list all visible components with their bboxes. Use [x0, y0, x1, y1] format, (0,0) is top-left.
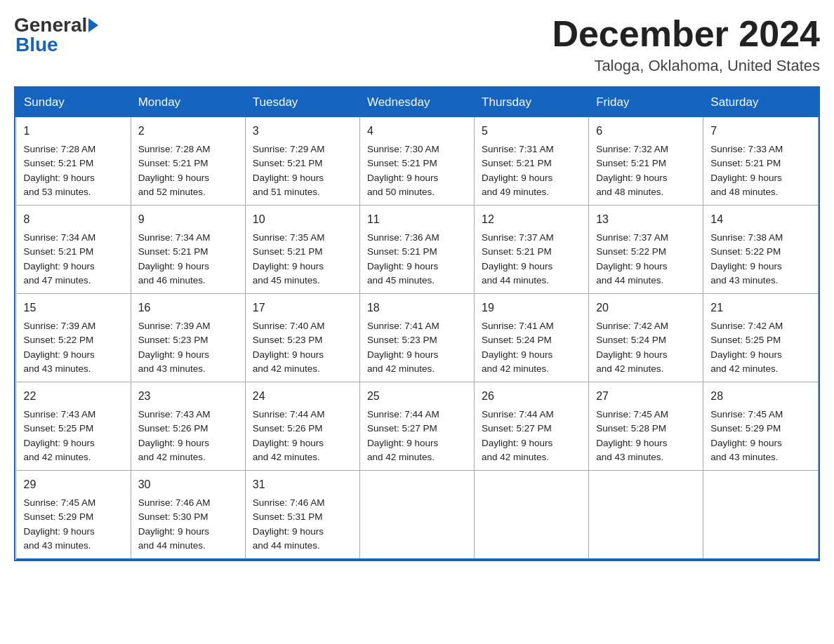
day-info: Sunrise: 7:37 AMSunset: 5:21 PMDaylight:…: [482, 232, 554, 286]
day-number: 3: [253, 123, 352, 140]
day-info: Sunrise: 7:44 AMSunset: 5:26 PMDaylight:…: [253, 409, 325, 462]
calendar-day-cell: 25 Sunrise: 7:44 AMSunset: 5:27 PMDaylig…: [359, 382, 474, 471]
day-info: Sunrise: 7:34 AMSunset: 5:21 PMDaylight:…: [138, 232, 211, 286]
day-info: Sunrise: 7:45 AMSunset: 5:29 PMDaylight:…: [24, 497, 96, 551]
day-number: 11: [367, 211, 467, 228]
day-info: Sunrise: 7:33 AMSunset: 5:21 PMDaylight:…: [710, 144, 783, 197]
day-number: 18: [367, 300, 467, 316]
day-number: 27: [596, 388, 696, 405]
day-info: Sunrise: 7:44 AMSunset: 5:27 PMDaylight:…: [367, 409, 439, 462]
calendar-day-cell: [703, 471, 818, 560]
header-tuesday: Tuesday: [245, 88, 359, 117]
day-number: 30: [138, 476, 238, 493]
calendar-day-cell: 15 Sunrise: 7:39 AMSunset: 5:22 PMDaylig…: [16, 294, 131, 382]
day-info: Sunrise: 7:42 AMSunset: 5:24 PMDaylight:…: [596, 321, 668, 374]
calendar-day-cell: [359, 471, 474, 560]
day-info: Sunrise: 7:39 AMSunset: 5:23 PMDaylight:…: [138, 321, 211, 374]
day-number: 12: [482, 211, 581, 228]
calendar-day-cell: 5 Sunrise: 7:31 AMSunset: 5:21 PMDayligh…: [475, 117, 589, 206]
day-info: Sunrise: 7:44 AMSunset: 5:27 PMDaylight:…: [482, 409, 554, 462]
day-info: Sunrise: 7:46 AMSunset: 5:31 PMDaylight:…: [253, 497, 325, 551]
day-info: Sunrise: 7:39 AMSunset: 5:22 PMDaylight:…: [24, 321, 96, 374]
header-sunday: Sunday: [16, 88, 131, 117]
calendar-day-cell: [589, 471, 703, 560]
day-info: Sunrise: 7:29 AMSunset: 5:21 PMDaylight:…: [253, 144, 325, 197]
calendar-day-cell: 30 Sunrise: 7:46 AMSunset: 5:30 PMDaylig…: [131, 471, 245, 560]
day-info: Sunrise: 7:42 AMSunset: 5:25 PMDaylight:…: [710, 321, 783, 374]
calendar-week-row: 15 Sunrise: 7:39 AMSunset: 5:22 PMDaylig…: [16, 294, 818, 382]
calendar-day-cell: 23 Sunrise: 7:43 AMSunset: 5:26 PMDaylig…: [131, 382, 245, 471]
day-number: 6: [596, 123, 696, 140]
day-number: 22: [24, 388, 124, 405]
day-number: 20: [596, 300, 696, 316]
calendar-day-cell: 19 Sunrise: 7:41 AMSunset: 5:24 PMDaylig…: [475, 294, 589, 382]
calendar-table: Sunday Monday Tuesday Wednesday Thursday…: [15, 88, 819, 560]
day-number: 1: [24, 123, 124, 140]
calendar-day-cell: 7 Sunrise: 7:33 AMSunset: 5:21 PMDayligh…: [703, 117, 818, 206]
day-number: 9: [138, 211, 238, 228]
calendar-week-row: 29 Sunrise: 7:45 AMSunset: 5:29 PMDaylig…: [16, 471, 818, 560]
calendar-day-cell: 14 Sunrise: 7:38 AMSunset: 5:22 PMDaylig…: [703, 206, 818, 294]
day-info: Sunrise: 7:37 AMSunset: 5:22 PMDaylight:…: [596, 232, 668, 286]
day-number: 21: [710, 300, 810, 316]
calendar-day-cell: 21 Sunrise: 7:42 AMSunset: 5:25 PMDaylig…: [703, 294, 818, 382]
day-info: Sunrise: 7:40 AMSunset: 5:23 PMDaylight:…: [253, 321, 325, 374]
calendar-week-row: 22 Sunrise: 7:43 AMSunset: 5:25 PMDaylig…: [16, 382, 818, 471]
day-number: 5: [482, 123, 581, 140]
day-number: 7: [710, 123, 810, 140]
day-info: Sunrise: 7:45 AMSunset: 5:29 PMDaylight:…: [710, 409, 783, 462]
day-number: 2: [138, 123, 238, 140]
day-info: Sunrise: 7:28 AMSunset: 5:21 PMDaylight:…: [24, 144, 96, 197]
calendar-day-cell: [475, 471, 589, 560]
day-number: 29: [24, 476, 124, 493]
header-saturday: Saturday: [703, 88, 818, 117]
calendar-week-row: 1 Sunrise: 7:28 AMSunset: 5:21 PMDayligh…: [16, 117, 818, 206]
calendar-week-row: 8 Sunrise: 7:34 AMSunset: 5:21 PMDayligh…: [16, 206, 818, 294]
calendar-day-cell: 6 Sunrise: 7:32 AMSunset: 5:21 PMDayligh…: [589, 117, 703, 206]
calendar-day-cell: 24 Sunrise: 7:44 AMSunset: 5:26 PMDaylig…: [245, 382, 359, 471]
page-header: General Blue December 2024 Taloga, Oklah…: [14, 14, 820, 75]
logo-blue-text: Blue: [15, 34, 58, 56]
header-thursday: Thursday: [475, 88, 589, 117]
day-number: 25: [367, 388, 467, 405]
calendar-day-cell: 11 Sunrise: 7:36 AMSunset: 5:21 PMDaylig…: [359, 206, 474, 294]
header-monday: Monday: [131, 88, 245, 117]
day-number: 10: [253, 211, 352, 228]
calendar-day-cell: 10 Sunrise: 7:35 AMSunset: 5:21 PMDaylig…: [245, 206, 359, 294]
calendar-day-cell: 20 Sunrise: 7:42 AMSunset: 5:24 PMDaylig…: [589, 294, 703, 382]
logo-arrow-icon: [88, 18, 98, 32]
calendar-day-cell: 8 Sunrise: 7:34 AMSunset: 5:21 PMDayligh…: [16, 206, 131, 294]
location-title: Taloga, Oklahoma, United States: [552, 57, 820, 75]
calendar-day-cell: 13 Sunrise: 7:37 AMSunset: 5:22 PMDaylig…: [589, 206, 703, 294]
day-number: 13: [596, 211, 696, 228]
day-info: Sunrise: 7:38 AMSunset: 5:22 PMDaylight:…: [710, 232, 783, 286]
day-info: Sunrise: 7:30 AMSunset: 5:21 PMDaylight:…: [367, 144, 439, 197]
calendar-day-cell: 9 Sunrise: 7:34 AMSunset: 5:21 PMDayligh…: [131, 206, 245, 294]
day-number: 8: [24, 211, 124, 228]
day-info: Sunrise: 7:31 AMSunset: 5:21 PMDaylight:…: [482, 144, 554, 197]
calendar-header-row: Sunday Monday Tuesday Wednesday Thursday…: [16, 88, 818, 117]
calendar-day-cell: 17 Sunrise: 7:40 AMSunset: 5:23 PMDaylig…: [245, 294, 359, 382]
calendar-day-cell: 29 Sunrise: 7:45 AMSunset: 5:29 PMDaylig…: [16, 471, 131, 560]
day-number: 4: [367, 123, 467, 140]
day-info: Sunrise: 7:36 AMSunset: 5:21 PMDaylight:…: [367, 232, 439, 286]
day-info: Sunrise: 7:35 AMSunset: 5:21 PMDaylight:…: [253, 232, 325, 286]
day-info: Sunrise: 7:32 AMSunset: 5:21 PMDaylight:…: [596, 144, 668, 197]
calendar-day-cell: 3 Sunrise: 7:29 AMSunset: 5:21 PMDayligh…: [245, 117, 359, 206]
day-info: Sunrise: 7:41 AMSunset: 5:24 PMDaylight:…: [482, 321, 554, 374]
day-info: Sunrise: 7:41 AMSunset: 5:23 PMDaylight:…: [367, 321, 439, 374]
calendar: Sunday Monday Tuesday Wednesday Thursday…: [14, 86, 820, 561]
header-wednesday: Wednesday: [359, 88, 474, 117]
logo: General Blue: [14, 14, 98, 56]
calendar-day-cell: 4 Sunrise: 7:30 AMSunset: 5:21 PMDayligh…: [359, 117, 474, 206]
day-number: 17: [253, 300, 352, 316]
day-number: 23: [138, 388, 238, 405]
day-info: Sunrise: 7:28 AMSunset: 5:21 PMDaylight:…: [138, 144, 211, 197]
day-info: Sunrise: 7:43 AMSunset: 5:25 PMDaylight:…: [24, 409, 96, 462]
day-number: 15: [24, 300, 124, 316]
day-number: 24: [253, 388, 352, 405]
calendar-day-cell: 2 Sunrise: 7:28 AMSunset: 5:21 PMDayligh…: [131, 117, 245, 206]
day-number: 16: [138, 300, 238, 316]
calendar-day-cell: 27 Sunrise: 7:45 AMSunset: 5:28 PMDaylig…: [589, 382, 703, 471]
header-friday: Friday: [589, 88, 703, 117]
